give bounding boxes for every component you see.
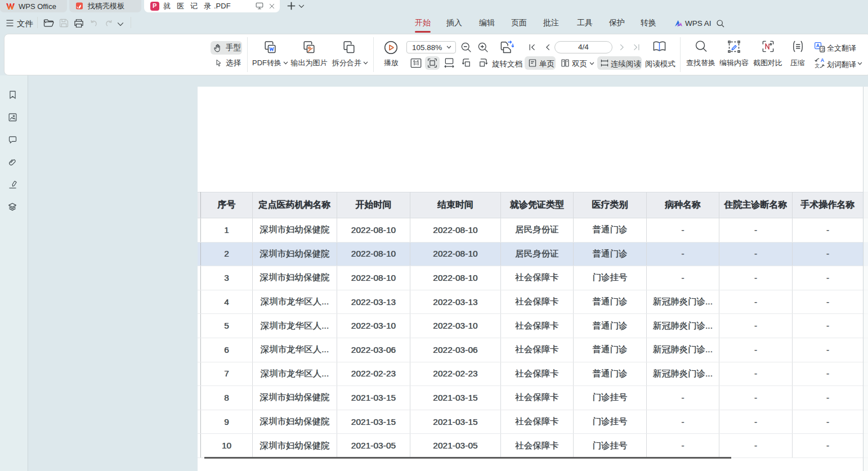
- svg-text:文: 文: [821, 47, 825, 52]
- svg-text:文: 文: [815, 63, 820, 69]
- svg-text:A: A: [821, 57, 825, 63]
